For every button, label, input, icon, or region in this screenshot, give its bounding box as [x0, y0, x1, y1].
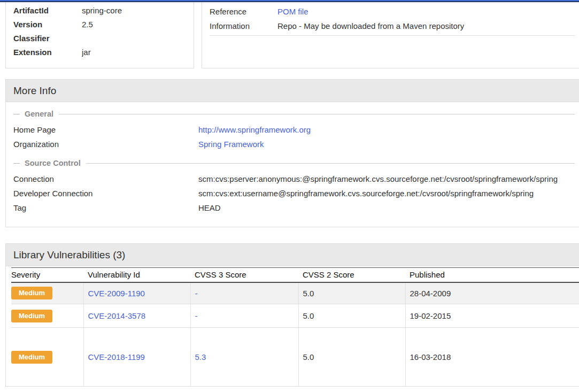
card-divider — [210, 35, 575, 36]
cve-link[interactable]: CVE-2009-1190 — [88, 289, 145, 298]
information-label: Information — [210, 19, 277, 33]
cvss3-score-link[interactable]: 5.3 — [195, 352, 206, 362]
col-severity[interactable]: Severity — [11, 268, 83, 282]
cvss3-score-link[interactable]: - — [195, 311, 198, 320]
legend-dash — [13, 163, 20, 164]
source-control-legend: Source Control — [13, 158, 575, 168]
reference-row: Reference POM file — [210, 4, 575, 19]
version-row: Version 2.5 — [13, 18, 186, 32]
cvss3-score-link[interactable]: - — [195, 289, 198, 298]
more-info-title: More Info — [6, 80, 579, 102]
col-vuln-id[interactable]: Vulnerability Id — [83, 268, 190, 282]
developer-connection-label: Developer Connection — [13, 186, 198, 201]
col-cvss2[interactable]: CVSS 2 Score — [298, 268, 405, 282]
artifact-row: ArtifactId spring-core — [13, 4, 186, 18]
severity-badge: Medium — [11, 310, 52, 322]
classifier-label: Classifier — [13, 32, 82, 45]
extension-row: Extension jar — [13, 45, 186, 59]
information-row: Information Repo - May be downloaded fro… — [210, 19, 575, 33]
organization-link[interactable]: Spring Framework — [198, 140, 264, 149]
information-value: Repo - May be downloaded from a Maven re… — [277, 19, 464, 33]
cvss2-score: 5.0 — [298, 328, 405, 387]
developer-connection-row: Developer Connection scm:cvs:ext:usernam… — [13, 186, 575, 201]
table-row[interactable]: Medium CVE-2014-3578 - 5.0 19-02-2015 — [11, 304, 579, 328]
home-page-label: Home Page — [13, 122, 198, 137]
general-legend: General — [13, 109, 575, 119]
cvss2-score: 5.0 — [298, 282, 405, 304]
version-value: 2.5 — [82, 18, 93, 32]
organization-row: Organization Spring Framework — [13, 137, 575, 151]
home-page-row: Home Page http://www.springframework.org — [13, 122, 575, 137]
organization-label: Organization — [13, 137, 198, 151]
published-date: 16-03-2018 — [405, 328, 579, 387]
table-row[interactable]: Medium CVE-2009-1190 - 5.0 28-04-2009 — [11, 282, 579, 304]
reference-label: Reference — [210, 4, 277, 19]
more-info-section: More Info General Home Page http://www.s… — [5, 79, 579, 227]
cve-link[interactable]: CVE-2018-1199 — [88, 352, 145, 362]
tag-label: Tag — [13, 201, 198, 215]
severity-badge: Medium — [11, 351, 52, 364]
connection-label: Connection — [13, 172, 198, 186]
artifactid-label: ArtifactId — [13, 4, 82, 18]
severity-badge: Medium — [11, 287, 52, 299]
extension-label: Extension — [13, 45, 82, 59]
artifactid-value: spring-core — [82, 4, 122, 18]
table-header-row: Severity Vulnerability Id CVSS 3 Score C… — [11, 268, 579, 282]
pom-file-link[interactable]: POM file — [277, 7, 308, 16]
general-legend-label: General — [25, 109, 53, 119]
vulnerabilities-section: Library Vulnerabilities (3) Severity Vul… — [5, 243, 579, 387]
cve-link[interactable]: CVE-2014-3578 — [88, 311, 146, 320]
published-date: 28-04-2009 — [405, 282, 579, 304]
source-control-legend-label: Source Control — [25, 158, 81, 168]
reference-card: Reference POM file Information Repo - Ma… — [202, 2, 579, 68]
connection-row: Connection scm:cvs:pserver:anonymous:@sp… — [13, 172, 575, 186]
artifact-card: ArtifactId spring-core Version 2.5 Class… — [5, 2, 194, 68]
tag-row: Tag HEAD — [13, 201, 575, 215]
version-label: Version — [13, 18, 82, 32]
home-page-link[interactable]: http://www.springframework.org — [198, 125, 311, 134]
vulnerabilities-title: Library Vulnerabilities (3) — [6, 244, 579, 266]
tag-value: HEAD — [198, 201, 575, 215]
vulnerabilities-table: Severity Vulnerability Id CVSS 3 Score C… — [11, 267, 579, 387]
published-date: 19-02-2015 — [405, 304, 579, 328]
developer-connection-value: scm:cvs:ext:username@springframework.cvs… — [198, 186, 575, 201]
extension-value: jar — [82, 45, 91, 59]
connection-value: scm:cvs:pserver:anonymous:@springframewo… — [198, 172, 575, 186]
legend-dash — [13, 114, 20, 114]
table-row[interactable]: Medium CVE-2018-1199 5.3 5.0 16-03-2018 — [11, 328, 579, 387]
legend-rule — [59, 114, 575, 114]
col-cvss3[interactable]: CVSS 3 Score — [190, 268, 298, 282]
legend-rule — [86, 163, 575, 164]
col-published[interactable]: Published — [405, 268, 579, 282]
cvss2-score: 5.0 — [298, 304, 405, 328]
classifier-row: Classifier — [13, 32, 186, 45]
